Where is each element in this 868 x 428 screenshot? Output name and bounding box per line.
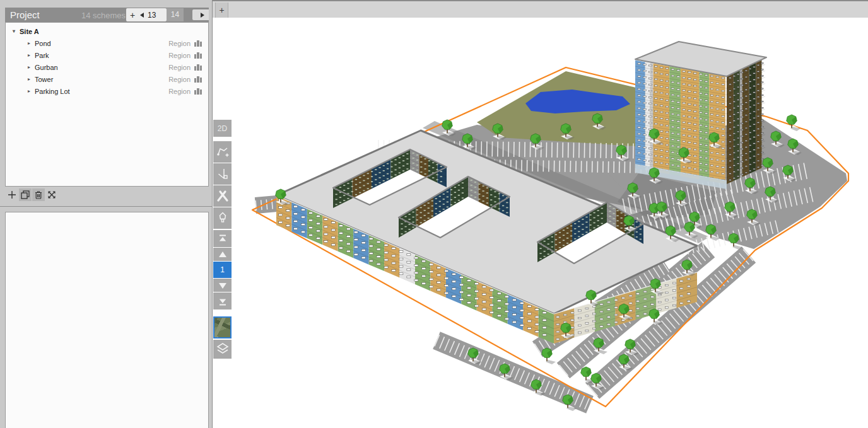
skip-to-bottom-button[interactable] [213, 292, 232, 309]
plus-icon [7, 190, 17, 200]
region-type-label: Region [168, 52, 191, 59]
tree-node-label: Tower [35, 76, 53, 83]
viewport-toolbar: 2D [213, 18, 232, 105]
next-scheme-icon [201, 13, 204, 18]
view-2d-button[interactable]: 2D [213, 120, 232, 137]
tree-node-label: Park [35, 52, 49, 59]
tool-group [213, 18, 232, 105]
skip-top-icon [215, 231, 230, 246]
scheme-pager-group: + 13 [126, 8, 167, 21]
add-scheme-button[interactable]: + [126, 10, 139, 20]
tree-node-gurban[interactable]: ▸GurbanRegion [6, 61, 208, 73]
current-floor-indicator[interactable]: 1 [213, 262, 232, 278]
layers-button[interactable] [213, 340, 232, 359]
expand-arrow-icon[interactable]: ▸ [26, 40, 32, 46]
expand-arrows-icon [47, 190, 57, 200]
crossed-pens-icon [215, 188, 230, 204]
panel-footer-actions [6, 188, 59, 202]
tree-node-pond[interactable]: ▸PondRegion [6, 37, 208, 49]
tree-tool[interactable] [213, 207, 232, 229]
add-region-tool[interactable] [213, 141, 232, 163]
down-arrow-icon [215, 279, 230, 292]
tree-node-tower[interactable]: ▸TowerRegion [6, 73, 208, 85]
satellite-thumbnail-button[interactable] [213, 316, 232, 338]
add-region-icon [215, 144, 230, 159]
region-type-icon [194, 64, 202, 71]
skip-to-top-button[interactable] [213, 230, 232, 247]
region-type-label: Region [168, 40, 191, 47]
tree-node-parking-lot[interactable]: ▸Parking LotRegion [6, 85, 208, 97]
tree-node-label: Site A [20, 28, 39, 35]
tree-node-site[interactable]: ▾Site A [6, 25, 208, 37]
skip-bottom-icon [215, 294, 230, 309]
draw-building-tool[interactable] [213, 163, 232, 185]
project-panel-header: Project 14 schemes + 13 14 [5, 8, 209, 22]
region-type-icon [194, 76, 202, 83]
current-scheme-number[interactable]: 13 [148, 11, 156, 20]
customize-tool[interactable] [213, 185, 232, 207]
tree-node-label: Gurban [35, 64, 58, 71]
panel-title: Project [10, 9, 40, 20]
tree-node-park[interactable]: ▸ParkRegion [6, 49, 208, 61]
duplicate-icon [20, 190, 30, 200]
schemes-count-label: 14 schemes [81, 11, 126, 20]
region-type-label: Region [168, 88, 191, 95]
region-type-label: Region [168, 64, 191, 71]
region-type-icon [194, 88, 202, 95]
prev-scheme-icon[interactable] [140, 13, 144, 18]
panel-divider [0, 206, 213, 207]
trash-icon [33, 190, 44, 200]
region-type-icon [194, 40, 202, 47]
draw-building-icon [215, 166, 230, 182]
site-model-scene[interactable] [213, 18, 868, 428]
floor-up-button[interactable] [213, 248, 232, 261]
3d-viewport[interactable] [213, 18, 868, 428]
collapse-arrow-icon[interactable]: ▾ [11, 28, 17, 34]
detail-panel-empty [5, 212, 209, 428]
delete-button[interactable] [32, 188, 45, 201]
expand-arrow-icon[interactable]: ▸ [26, 52, 32, 58]
next-scheme-button[interactable] [192, 9, 209, 20]
region-type-icon [194, 52, 202, 59]
scheme-tree: ▾Site A▸PondRegion▸ParkRegion▸GurbanRegi… [5, 22, 209, 187]
expand-arrow-icon[interactable]: ▸ [26, 76, 32, 82]
tree-node-label: Pond [35, 40, 51, 47]
next-scheme-number[interactable]: 14 [167, 8, 184, 21]
tree-node-label: Parking Lot [35, 88, 70, 95]
floor-down-button[interactable] [213, 279, 232, 292]
tree-icon [215, 211, 230, 226]
expand-button[interactable] [45, 188, 58, 201]
duplicate-button[interactable] [19, 188, 32, 201]
region-type-label: Region [168, 76, 191, 83]
add-region-button[interactable] [6, 188, 18, 201]
up-arrow-icon [215, 248, 230, 261]
add-view-tab-button[interactable]: + [215, 3, 228, 18]
project-panel: Project 14 schemes + 13 14 ▾Site A▸PondR… [0, 0, 213, 428]
view-tab-bar: + [213, 0, 868, 18]
layers-icon [214, 340, 231, 358]
expand-arrow-icon[interactable]: ▸ [26, 88, 32, 94]
expand-arrow-icon[interactable]: ▸ [26, 64, 32, 70]
